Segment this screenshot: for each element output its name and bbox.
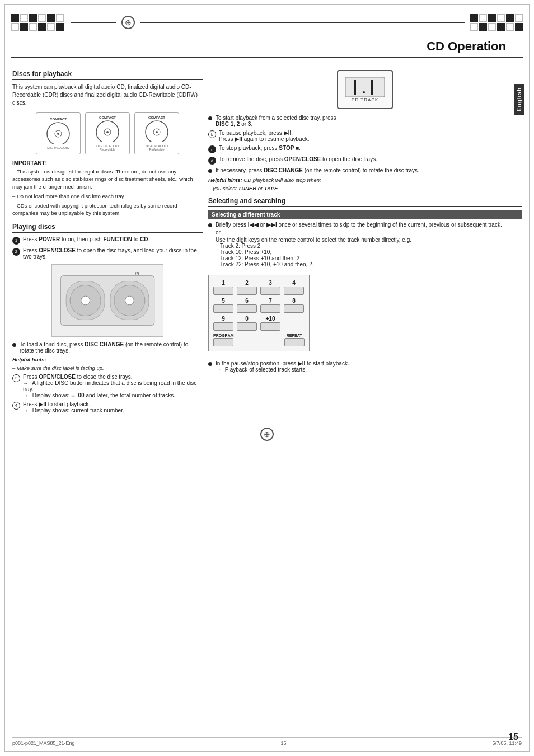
important-title: IMPORTANT! [12, 160, 203, 166]
footer: p001-p021_MAS85_21-Eng 15 5/7/05, 11:49 [12, 737, 522, 746]
bottom-crosshair-icon: ⊕ [260, 428, 274, 441]
disc-standard: COMPACT DIGITAL AUDIO [36, 112, 81, 154]
playing-step-1: 1 Press POWER to on, then push FUNCTION … [12, 236, 203, 245]
select-track-step: Briefly press I◀◀ or ▶▶I once or several… [208, 222, 522, 267]
key-4: 4 [284, 280, 304, 295]
top-divider-right [140, 22, 465, 23]
step-2-num: 2 [12, 248, 20, 256]
key-7: 7 [260, 298, 280, 313]
track-examples: Track 2: Press 2 Track 10: Press +10, Tr… [220, 243, 502, 267]
svg-point-12 [81, 296, 90, 305]
playing-step-2: 2 Press OPEN/CLOSE to open the disc tray… [12, 247, 203, 260]
key-2: 2 [237, 280, 257, 295]
step-c-icon: c [208, 145, 216, 153]
key-6: 6 [237, 298, 257, 313]
cd-track-display: CD TRACK [337, 70, 393, 109]
disc-recordable-label: DIGITAL AUDIORecordable [96, 144, 118, 151]
key-0: 0 [237, 316, 257, 331]
bullet-select-track [208, 223, 212, 227]
or-text: or [216, 229, 502, 236]
helpful-hints-title: Helpful hints: [12, 356, 203, 363]
disc-standard-label: DIGITAL AUDIO [47, 146, 69, 149]
svg-rect-17 [345, 77, 385, 97]
right-step-stop: c To stop playback, press STOP ■. [208, 145, 522, 153]
bullet-start [208, 116, 212, 120]
important-text: – This system is designed for regular di… [12, 168, 203, 217]
disc-images: COMPACT DIGITAL AUDIO COMPACT [12, 112, 203, 154]
selecting-section: Selecting and searching Selecting a diff… [208, 197, 522, 373]
key-5: 5 [213, 298, 233, 313]
right-step-pause: b To pause playback, press ▶II.Press ▶II… [208, 130, 522, 142]
svg-point-15 [125, 296, 134, 305]
keypad-row-4: PROGRAM REPEAT [213, 334, 305, 346]
keypad-row-2: 5 6 7 8 [213, 298, 305, 313]
cd-track-display-area: CD TRACK [208, 70, 522, 109]
helpful-hints-left: Helpful hints: – Make sure the disc labe… [12, 356, 203, 371]
discs-section: Discs for playback This system can playb… [12, 70, 203, 217]
step-1-num: 1 [12, 237, 20, 245]
key-8: 8 [284, 298, 304, 313]
helpful-hint-make-sure: – Make sure the disc label is facing up. [12, 365, 203, 371]
step-b-icon: b [208, 130, 216, 138]
selecting-sub-header: Selecting a different track [208, 210, 522, 219]
pause-stop-step: In the pause/stop position, press ▶II to… [208, 360, 522, 373]
step-d-icon: d [208, 157, 216, 165]
bottom-crosshair-area: ⊕ [0, 428, 534, 441]
svg-point-5 [106, 131, 109, 133]
top-divider-left [71, 22, 116, 23]
footer-left: p001-p021_MAS85_21-Eng [12, 740, 75, 746]
right-column: CD TRACK To start playback from a select… [208, 64, 522, 416]
footer-center: 15 [281, 740, 287, 746]
helpful-hints-cd: Helpful hints: CD playback will also sto… [208, 177, 522, 191]
discs-body: This system can playback all digital aud… [12, 83, 203, 107]
bullet-dot [12, 343, 16, 347]
selecting-header: Selecting and searching [208, 197, 522, 207]
step-3-num: 3 [12, 374, 20, 382]
helpful-hint-cd-text: Helpful hints: CD playback will also sto… [208, 177, 522, 183]
disc-recordable: COMPACT DIGITAL AUDIORecordable [85, 112, 130, 154]
svg-text:IR: IR [135, 271, 139, 276]
playing-discs-header: Playing discs [12, 223, 203, 233]
svg-point-20 [363, 91, 365, 93]
key-plus10: +10 [260, 316, 280, 331]
keypad-row-1: 1 2 3 4 [213, 280, 305, 295]
right-step-start-playback: To start playback from a selected disc t… [208, 115, 522, 127]
right-step-disc-change: If necessary, press DISC CHANGE (on the … [208, 167, 522, 173]
key-3: 3 [260, 280, 280, 295]
important-section: IMPORTANT! – This system is designed for… [12, 160, 203, 217]
svg-point-8 [156, 131, 158, 133]
page-title-area: CD Operation [11, 39, 523, 58]
top-bar: ⊕ [0, 0, 534, 39]
cd-player-illustration: IR [12, 264, 203, 337]
bullet-disc-change [208, 169, 212, 173]
page-number: 15 [508, 732, 518, 742]
helpful-hint-tuner: – you select TUNER or TAPE. [208, 185, 522, 191]
crosshair-icon: ⊕ [121, 16, 135, 29]
step-4-num: 4 [12, 402, 20, 410]
discs-section-header: Discs for playback [12, 70, 203, 80]
left-column: Discs for playback This system can playb… [12, 64, 203, 416]
key-1: 1 [213, 280, 233, 295]
right-step-remove: d To remove the disc, press OPEN/CLOSE t… [208, 156, 522, 165]
key-9: 9 [213, 316, 233, 331]
playing-discs-section: Playing discs 1 Press POWER to on, then … [12, 223, 203, 414]
keypad-illustration: 1 2 3 4 [208, 275, 310, 351]
bullet-pause-stop [208, 362, 212, 366]
disc-rewritable: COMPACT DIGITAL AUDIOReWritable [134, 112, 179, 154]
load-third-disc: To load a third disc, press DISC CHANGE … [12, 341, 203, 354]
key-repeat: REPEAT [284, 334, 305, 346]
svg-point-2 [57, 133, 59, 135]
playing-step-4: 4 Press ▶II to start playback. → Display… [12, 401, 203, 414]
language-label: English [514, 84, 524, 115]
top-bar-right [135, 14, 523, 31]
key-program: PROGRAM [213, 334, 234, 346]
top-bar-left [11, 14, 121, 31]
keypad-row-3: 9 0 +10 [213, 316, 305, 331]
svg-text:CD TRACK: CD TRACK [352, 97, 379, 102]
playing-step-3: 3 Press OPEN/CLOSE to close the disc tra… [12, 374, 203, 398]
page-title: CD Operation [427, 39, 506, 53]
disc-rewritable-label: DIGITAL AUDIOReWritable [146, 144, 167, 151]
